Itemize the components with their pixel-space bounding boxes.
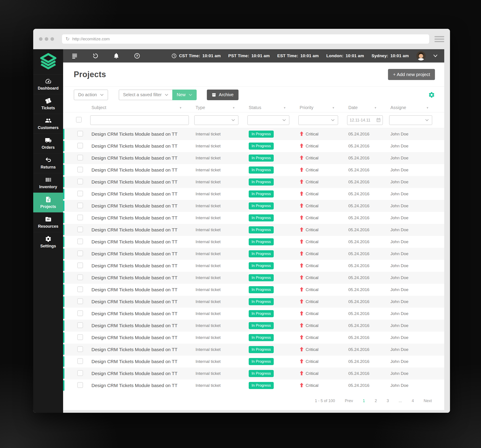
subject-filter-input[interactable] [90, 115, 189, 125]
row-checkbox[interactable] [77, 215, 83, 220]
pagination-page-2[interactable]: 2 [375, 399, 377, 403]
table-row[interactable]: Design CRM Tickets Module based on TTInt… [63, 152, 444, 164]
row-checkbox[interactable] [77, 346, 83, 352]
table-row[interactable]: Design CRM Tickets Module based on TTInt… [63, 308, 444, 320]
sort-arrow-icon[interactable]: ▾ [375, 106, 376, 110]
row-checkbox[interactable] [77, 143, 83, 148]
pagination-page-3[interactable]: 3 [387, 399, 389, 403]
row-checkbox[interactable] [77, 298, 83, 304]
add-new-project-button[interactable]: + Add new project [388, 69, 435, 80]
sidebar-item-orders[interactable]: Orders [33, 133, 63, 153]
calendar-icon[interactable] [376, 117, 381, 122]
column-header-status[interactable]: Status▾ [245, 105, 296, 110]
table-row[interactable]: Design CRM Tickets Module based on TTInt… [63, 188, 444, 200]
status-filter-select[interactable] [247, 115, 289, 125]
sort-arrow-icon[interactable]: ▾ [180, 106, 181, 110]
archive-button[interactable]: Archive [207, 90, 239, 100]
row-checkbox[interactable] [77, 322, 83, 328]
row-checkbox[interactable] [77, 358, 83, 364]
sidebar-item-resources[interactable]: Resources [33, 212, 63, 232]
do-action-dropdown[interactable]: Do action [74, 90, 108, 100]
table-row[interactable]: Design CRM Tickets Module based on TTInt… [63, 284, 444, 296]
row-checkbox[interactable] [77, 167, 83, 172]
new-filter-button[interactable]: New [172, 90, 197, 100]
sidebar-item-settings[interactable]: Settings [33, 232, 63, 252]
column-header-type[interactable]: Type▾ [192, 105, 245, 110]
table-row[interactable]: Design CRM Tickets Module based on TTInt… [63, 379, 444, 392]
pagination-page-1[interactable]: 1 [363, 399, 365, 403]
cell-date: 05.24.2016 [345, 299, 387, 304]
menu-icon[interactable] [72, 53, 78, 59]
table-row[interactable]: Design CRM Tickets Module based on TTInt… [63, 320, 444, 332]
pagination-prev[interactable]: Prev [345, 399, 353, 403]
table-row[interactable]: Design CRM Tickets Module based on TTInt… [63, 272, 444, 284]
sort-arrow-icon[interactable]: ▾ [284, 106, 286, 110]
table-row[interactable]: Design CRM Tickets Module based on TTInt… [63, 236, 444, 248]
table-row[interactable]: Design CRM Tickets Module based on TTInt… [63, 164, 444, 176]
table-row[interactable]: Design CRM Tickets Module based on TTInt… [63, 332, 444, 344]
row-checkbox[interactable] [77, 239, 83, 244]
avatar[interactable] [416, 51, 426, 61]
sidebar-item-inventory[interactable]: Inventory [33, 173, 63, 193]
table-row[interactable]: Design CRM Tickets Module based on TTInt… [63, 260, 444, 272]
table-row[interactable]: Design CRM Tickets Module based on TTInt… [63, 355, 444, 368]
row-checkbox[interactable] [77, 286, 83, 292]
table-row[interactable]: Design CRM Tickets Module based on TTInt… [63, 344, 444, 355]
table-settings-gear-icon[interactable] [428, 92, 435, 98]
sort-arrow-icon[interactable]: ▾ [427, 106, 428, 110]
row-checkbox[interactable] [77, 370, 83, 376]
column-header-subject[interactable]: Subject▾ [88, 105, 192, 110]
pagination-page-4[interactable]: 4 [412, 399, 414, 403]
row-checkbox[interactable] [77, 274, 83, 280]
sort-arrow-icon[interactable]: ▾ [233, 106, 234, 110]
row-checkbox[interactable] [77, 227, 83, 232]
reload-icon[interactable]: ↻ [66, 36, 69, 42]
row-checkbox[interactable] [77, 263, 83, 268]
cell-status: In Progress [245, 262, 296, 269]
table-row[interactable]: Design CRM Tickets Module based on TTInt… [63, 212, 444, 224]
sort-arrow-icon[interactable]: ▾ [332, 106, 334, 110]
priority-critical-icon [300, 179, 304, 185]
row-checkbox[interactable] [77, 382, 83, 388]
column-header-assignee[interactable]: Assigne▾ [387, 105, 439, 110]
row-checkbox[interactable] [77, 203, 83, 208]
table-row[interactable]: Design CRM Tickets Module based on TTInt… [63, 176, 444, 188]
table-row[interactable]: Design CRM Tickets Module based on TTInt… [63, 128, 444, 140]
saved-filter-dropdown[interactable]: Select a saved filter [119, 90, 173, 100]
row-checkbox[interactable] [77, 131, 83, 137]
sidebar-item-dashboard[interactable]: Dashboard [33, 74, 63, 94]
window-control-dot[interactable] [51, 37, 54, 41]
row-checkbox[interactable] [77, 334, 83, 340]
window-control-dot[interactable] [39, 37, 43, 41]
pagination-next[interactable]: Next [424, 399, 432, 403]
row-checkbox[interactable] [77, 310, 83, 316]
table-row[interactable]: Design CRM Tickets Module based on TTInt… [63, 200, 444, 212]
column-header-date[interactable]: Date▾ [345, 105, 387, 110]
type-filter-select[interactable] [194, 115, 239, 125]
sidebar-item-customers[interactable]: Customers [33, 114, 63, 133]
window-control-dot[interactable] [45, 37, 48, 41]
priority-filter-select[interactable] [298, 115, 338, 125]
assignee-filter-select[interactable] [389, 115, 432, 125]
app-logo[interactable] [33, 49, 63, 74]
notifications-icon[interactable] [113, 53, 119, 59]
row-checkbox[interactable] [77, 179, 83, 185]
row-checkbox[interactable] [77, 155, 83, 161]
select-all-checkbox[interactable] [76, 117, 82, 123]
row-checkbox[interactable] [77, 250, 83, 256]
table-row[interactable]: Design CRM Tickets Module based on TTInt… [63, 368, 444, 379]
table-row[interactable]: Design CRM Tickets Module based on TTInt… [63, 224, 444, 236]
row-checkbox[interactable] [77, 191, 83, 196]
sidebar-item-returns[interactable]: Returns [33, 153, 63, 173]
history-icon[interactable] [92, 53, 98, 59]
sidebar-item-projects[interactable]: Projects [33, 193, 63, 212]
help-icon[interactable]: ? [134, 53, 140, 59]
table-row[interactable]: Design CRM Tickets Module based on TTInt… [63, 296, 444, 308]
table-row[interactable]: Design CRM Tickets Module based on TTInt… [63, 248, 444, 260]
column-header-priority[interactable]: Priority▾ [296, 105, 345, 110]
url-bar[interactable]: ↻ http://ecomitize.com [62, 34, 429, 44]
browser-menu-icon[interactable] [435, 36, 444, 42]
table-row[interactable]: Design CRM Tickets Module based on TTInt… [63, 140, 444, 152]
chevron-down-icon[interactable] [433, 54, 438, 57]
sidebar-item-tickets[interactable]: Tickets [33, 94, 63, 114]
